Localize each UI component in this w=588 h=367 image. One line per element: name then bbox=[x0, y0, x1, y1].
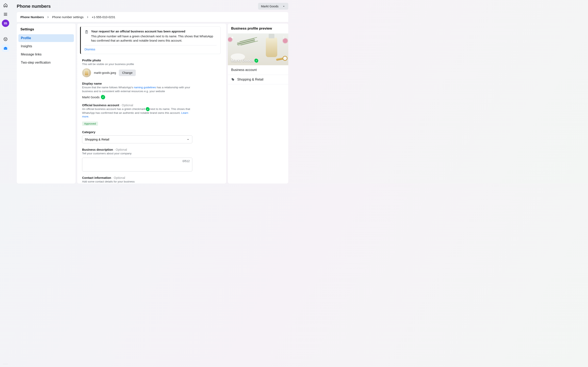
char-counter: 0/512 bbox=[182, 159, 190, 163]
settings-item-profile[interactable]: Profile bbox=[18, 34, 74, 42]
preview-business-name: Markt Goods bbox=[231, 58, 254, 63]
description-label: Business description · Optional bbox=[82, 148, 192, 151]
breadcrumb-root[interactable]: Phone Numbers bbox=[20, 15, 44, 19]
chevron-right-icon bbox=[46, 16, 50, 19]
profile-photo-thumbnail bbox=[82, 68, 91, 77]
preview-category: Shopping & Retail bbox=[237, 78, 263, 81]
section-description: Business description · Optional Tell you… bbox=[82, 148, 192, 171]
clipboard-icon bbox=[85, 30, 89, 34]
verified-badge-icon bbox=[101, 95, 105, 99]
home-icon bbox=[3, 3, 8, 8]
breadcrumb-mid[interactable]: Phone number settings bbox=[52, 15, 84, 19]
nav-menu[interactable] bbox=[2, 11, 9, 18]
description-textarea[interactable]: 0/512 bbox=[82, 158, 192, 171]
breadcrumb: Phone Numbers Phone number settings +1-5… bbox=[17, 12, 288, 22]
preview-category-row: Shopping & Retail bbox=[228, 75, 288, 84]
smiley-icon bbox=[3, 37, 8, 42]
category-select[interactable]: Shopping & Retail bbox=[82, 135, 192, 143]
approval-status-badge: Approved bbox=[82, 122, 98, 126]
official-account-help: An official business account has a green… bbox=[82, 107, 192, 119]
category-value: Shopping & Retail bbox=[85, 138, 109, 141]
official-account-label: Official business account · Optional bbox=[82, 103, 192, 107]
section-official-account: Official business account · Optional An … bbox=[82, 103, 192, 126]
nav-home[interactable] bbox=[2, 2, 9, 9]
back-icon[interactable] bbox=[230, 35, 234, 40]
account-selector[interactable]: Markt Goods bbox=[258, 3, 288, 9]
section-profile-photo: Profile photo This will be visible on yo… bbox=[82, 58, 192, 77]
toolbox-icon bbox=[3, 46, 8, 50]
dismiss-button[interactable]: Dismiss bbox=[85, 48, 217, 51]
tag-icon bbox=[231, 78, 235, 81]
account-selector-label: Markt Goods bbox=[261, 4, 278, 8]
preview-account-type: Business account bbox=[231, 68, 257, 72]
preview-account-type-row: Business account bbox=[228, 65, 288, 75]
settings-item-insights[interactable]: Insights bbox=[18, 42, 74, 50]
optional-tag: · Optional bbox=[111, 176, 125, 179]
profile-photo-filename: markt-goods.jpeg bbox=[94, 71, 116, 75]
caret-down-icon bbox=[282, 5, 285, 8]
change-photo-button[interactable]: Change bbox=[119, 69, 136, 76]
category-label: Category bbox=[82, 130, 192, 134]
chevron-right-icon bbox=[86, 16, 89, 19]
svg-point-5 bbox=[284, 36, 284, 37]
svg-point-7 bbox=[284, 38, 284, 39]
display-name-help: Ensure that the name follows WhatsApp's … bbox=[82, 86, 192, 93]
svg-point-0 bbox=[4, 38, 7, 41]
profile-photo-help: This will be visible on your business pr… bbox=[82, 62, 192, 66]
svg-point-1 bbox=[5, 39, 5, 39]
nav-face[interactable] bbox=[2, 35, 9, 43]
preview-title: Business profile preview bbox=[228, 24, 288, 33]
naming-guidelines-link[interactable]: naming guidelines bbox=[134, 86, 156, 89]
contact-help: Add some contact details for your busine… bbox=[82, 180, 192, 184]
description-help: Tell your customers about your company bbox=[82, 152, 192, 156]
caret-down-icon bbox=[186, 138, 190, 141]
contact-label: Contact information · Optional bbox=[82, 176, 192, 179]
approval-notice: Your request for an official business ac… bbox=[80, 26, 221, 54]
notice-title: Your request for an official business ac… bbox=[91, 30, 217, 33]
svg-rect-3 bbox=[4, 48, 7, 48]
section-contact: Contact information · Optional Add some … bbox=[82, 176, 192, 184]
profile-photo-label: Profile photo bbox=[82, 58, 192, 62]
nav-toolbox[interactable] bbox=[2, 44, 9, 52]
preview-panel: Business profile preview Markt Goods bbox=[228, 24, 288, 184]
section-category: Category Shopping & Retail bbox=[82, 130, 192, 143]
preview-hero-image: Markt Goods bbox=[228, 33, 288, 65]
verified-badge-icon bbox=[146, 108, 149, 111]
svg-point-2 bbox=[6, 39, 6, 39]
main-content: Your request for an official business ac… bbox=[77, 24, 226, 184]
settings-item-message-links[interactable]: Message links bbox=[18, 50, 74, 58]
verified-badge-icon bbox=[255, 59, 258, 62]
notice-body: This phone number will have a green chec… bbox=[91, 34, 217, 43]
optional-tag: · Optional bbox=[113, 148, 127, 151]
more-icon[interactable] bbox=[282, 35, 286, 40]
left-nav-rail: m bbox=[0, 0, 11, 184]
section-display-name: Display name Ensure that the name follow… bbox=[82, 82, 192, 99]
settings-title: Settings bbox=[18, 26, 74, 34]
breadcrumb-leaf: +1-555-010-0231 bbox=[92, 15, 115, 19]
page-title: Phone numbers bbox=[17, 4, 51, 9]
display-name-value: Markt Goods bbox=[82, 95, 100, 99]
optional-tag: · Optional bbox=[119, 103, 133, 107]
settings-item-two-step[interactable]: Two-step verification bbox=[18, 59, 74, 67]
settings-sidebar: Settings Profile Insights Message links … bbox=[17, 24, 76, 184]
display-name-label: Display name bbox=[82, 82, 192, 85]
nav-brand[interactable]: m bbox=[2, 20, 9, 27]
svg-point-6 bbox=[284, 37, 284, 38]
hamburger-icon bbox=[3, 12, 8, 17]
